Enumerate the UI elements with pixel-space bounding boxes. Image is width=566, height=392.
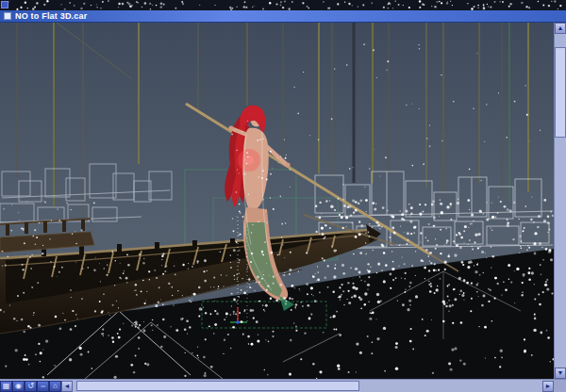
top-strip-canvas <box>0 0 566 10</box>
views-button[interactable]: ▦ <box>0 381 12 392</box>
vertical-scroll-thumb[interactable] <box>555 47 566 138</box>
main-area: ▲ ▼ <box>0 23 566 379</box>
scene-canvas <box>0 23 554 379</box>
target-icon: ◉ <box>15 382 22 390</box>
window-icon <box>1 1 8 8</box>
3d-viewport[interactable] <box>0 23 554 379</box>
bottom-bar: ▦ ◉ ↺ ⇔ ⌂ ◄ ► <box>0 379 566 392</box>
scroll-down-button[interactable]: ▼ <box>555 368 566 379</box>
top-particle-strip <box>0 0 566 10</box>
arrow-down-icon: ▼ <box>558 368 564 378</box>
scroll-up-button[interactable]: ▲ <box>555 23 566 34</box>
rotate-icon: ↺ <box>27 382 34 390</box>
document-title: NO to Flat 3D.car <box>15 11 87 21</box>
rotate-view-button[interactable]: ↺ <box>25 381 37 392</box>
grid-icon: ▦ <box>3 382 10 390</box>
vertical-scrollbar[interactable]: ▲ ▼ <box>554 23 566 379</box>
scroll-right-button[interactable]: ► <box>542 381 554 392</box>
document-icon <box>4 12 11 20</box>
target-button[interactable]: ◉ <box>12 381 25 392</box>
scroll-left-button[interactable]: ◄ <box>61 381 73 392</box>
vertical-scroll-track[interactable] <box>555 34 566 368</box>
scrollbar-corner <box>554 380 566 392</box>
arrow-right-icon: ► <box>545 382 552 391</box>
horizontal-scroll-track[interactable] <box>73 381 542 392</box>
application-window: NO to Flat 3D.car <box>0 0 566 392</box>
pan-icon: ⇔ <box>40 382 47 390</box>
arrow-up-icon: ▲ <box>558 24 564 33</box>
horizontal-scroll-thumb[interactable] <box>76 381 359 391</box>
viewport-title-bar[interactable]: NO to Flat 3D.car <box>0 10 566 23</box>
home-view-button[interactable]: ⌂ <box>49 381 61 392</box>
pan-view-button[interactable]: ⇔ <box>37 381 49 392</box>
home-icon: ⌂ <box>53 382 58 390</box>
arrow-left-icon: ◄ <box>64 382 71 391</box>
